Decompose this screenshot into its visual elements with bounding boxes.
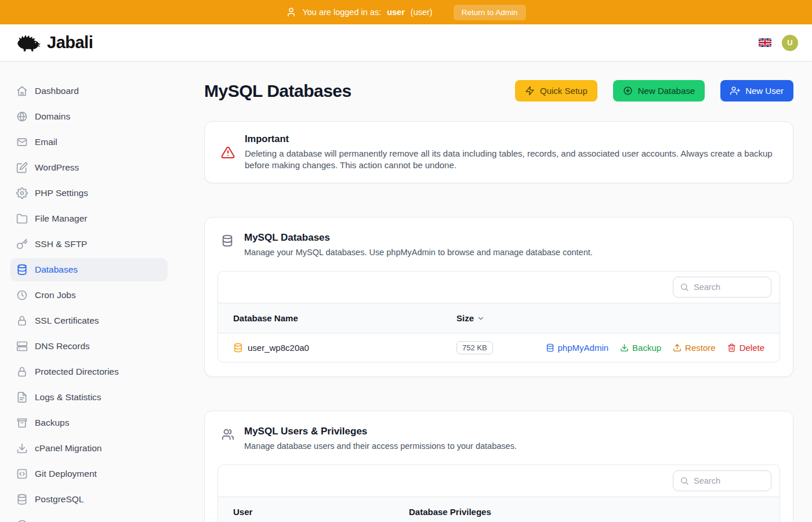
restore-label: Restore bbox=[685, 343, 716, 353]
backup-label: Backup bbox=[632, 343, 661, 353]
sidebar-item-label: Dashboard bbox=[35, 86, 79, 96]
main-content: MySQL Databases Quick Setup New Database… bbox=[168, 61, 812, 522]
sidebar-item-label: Databases bbox=[35, 264, 78, 275]
databases-section-title: MySQL Databases bbox=[244, 232, 593, 244]
users-search-input[interactable] bbox=[694, 476, 764, 485]
sidebar-item-label: Logs & Statistics bbox=[35, 392, 102, 403]
key-icon bbox=[16, 238, 28, 250]
users-table: User Database Privileges bbox=[217, 465, 780, 522]
sidebar-item-label: Protected Directories bbox=[35, 367, 119, 377]
sidebar-item-email[interactable]: Email bbox=[10, 130, 168, 154]
sidebar-item-label: DNS Records bbox=[35, 341, 90, 351]
sidebar-item-backups[interactable]: Backups bbox=[10, 411, 168, 434]
phpmyadmin-link[interactable]: phpMyAdmin bbox=[546, 343, 609, 353]
file-text-icon bbox=[16, 392, 28, 403]
sidebar-item-label: Cron Jobs bbox=[35, 290, 76, 300]
logged-in-role: (user) bbox=[411, 8, 433, 17]
database-icon bbox=[221, 234, 234, 247]
sidebar-item-label: SSL Certificates bbox=[35, 316, 99, 326]
sidebar-item-logs-statistics[interactable]: Logs & Statistics bbox=[10, 386, 168, 409]
users-table-header: User Database Privileges bbox=[218, 497, 780, 522]
lock-icon bbox=[16, 366, 28, 378]
sidebar-item-ssl-certificates[interactable]: SSL Certificates bbox=[10, 309, 168, 332]
sidebar-item-wordpress[interactable]: WordPress bbox=[10, 156, 168, 179]
phpmyadmin-label: phpMyAdmin bbox=[558, 343, 609, 353]
sidebar-item-label: Email bbox=[35, 137, 57, 147]
important-warning-card: Important Deleting a database will perma… bbox=[204, 121, 793, 183]
globe-icon bbox=[16, 111, 28, 122]
user-plus-icon bbox=[730, 86, 740, 96]
sidebar-item-label: Backups bbox=[35, 418, 69, 428]
zap-icon bbox=[525, 86, 535, 96]
archive-icon bbox=[16, 417, 28, 429]
database-table-row: user_wp8c20a0 752 KB phpMyAdmin Backup bbox=[218, 333, 780, 362]
sidebar-item-ssh-sftp[interactable]: SSH & SFTP bbox=[10, 233, 168, 256]
home-icon bbox=[16, 85, 28, 97]
brand[interactable]: Jabali bbox=[15, 33, 93, 53]
lock-icon bbox=[16, 315, 28, 327]
database-icon bbox=[233, 343, 243, 353]
sidebar-item-php-settings[interactable]: PHP Settings bbox=[10, 182, 168, 205]
search-icon bbox=[680, 476, 689, 485]
sidebar-item-label: Domains bbox=[35, 111, 70, 122]
clock-icon bbox=[16, 289, 28, 301]
database-icon bbox=[546, 343, 554, 352]
trash-icon bbox=[727, 343, 736, 352]
sidebar-nav: DashboardDomainsEmailWordPressPHP Settin… bbox=[0, 61, 168, 522]
edit-icon bbox=[16, 162, 28, 173]
quick-setup-button[interactable]: Quick Setup bbox=[515, 80, 597, 102]
restore-link[interactable]: Restore bbox=[673, 343, 716, 353]
person-icon bbox=[286, 7, 296, 17]
sidebar-item-dns-records[interactable]: DNS Records bbox=[10, 335, 168, 358]
sidebar-item-label: cPanel Migration bbox=[35, 443, 102, 454]
alert-triangle-icon bbox=[221, 146, 235, 160]
users-section-description: Manage database users and their access p… bbox=[244, 441, 517, 451]
sidebar-item-file-manager[interactable]: File Manager bbox=[10, 207, 168, 230]
brand-name: Jabali bbox=[47, 33, 93, 52]
column-size: Size bbox=[456, 313, 474, 323]
folder-icon bbox=[16, 213, 28, 224]
mysql-users-card: MySQL Users & Privileges Manage database… bbox=[204, 411, 793, 522]
logged-in-username: user bbox=[387, 8, 405, 17]
sidebar-item-label: PostgreSQL bbox=[35, 494, 84, 505]
users-search-box bbox=[673, 470, 771, 491]
logged-in-text: You are logged in as: bbox=[302, 8, 381, 17]
sidebar-item-partial[interactable] bbox=[10, 513, 168, 522]
new-user-button[interactable]: New User bbox=[720, 80, 793, 102]
delete-label: Delete bbox=[740, 343, 764, 353]
column-user: User bbox=[233, 507, 409, 517]
download-icon bbox=[620, 343, 629, 352]
mail-icon bbox=[16, 136, 28, 148]
delete-link[interactable]: Delete bbox=[727, 343, 764, 353]
sidebar-item-cpanel-migration[interactable]: cPanel Migration bbox=[10, 437, 168, 460]
column-database-privileges: Database Privileges bbox=[409, 507, 764, 517]
sidebar-item-dashboard[interactable]: Dashboard bbox=[10, 79, 168, 103]
return-to-admin-button[interactable]: Return to Admin bbox=[454, 5, 526, 20]
download-icon bbox=[16, 443, 28, 454]
sidebar-item-databases[interactable]: Databases bbox=[10, 258, 168, 281]
settings-icon bbox=[16, 187, 28, 199]
impersonation-banner: You are logged in as: user (user) Return… bbox=[0, 0, 812, 24]
warning-body: Deleting a database will permanently rem… bbox=[245, 148, 778, 171]
sidebar-item-postgresql[interactable]: PostgreSQL bbox=[10, 488, 168, 511]
users-section-title: MySQL Users & Privileges bbox=[244, 426, 517, 437]
new-user-label: New User bbox=[745, 86, 784, 96]
sidebar-item-domains[interactable]: Domains bbox=[10, 105, 168, 128]
databases-search-input[interactable] bbox=[694, 282, 764, 292]
databases-table: Database Name Size user_wp8c20a0 752 KB bbox=[217, 271, 780, 362]
uk-flag-icon[interactable] bbox=[759, 38, 771, 47]
database-icon bbox=[16, 494, 28, 505]
sidebar-item-label: PHP Settings bbox=[35, 188, 88, 198]
sidebar-item-protected-directories[interactable]: Protected Directories bbox=[10, 360, 168, 383]
sidebar-item-label: File Manager bbox=[35, 213, 87, 224]
databases-table-header: Database Name Size bbox=[218, 303, 780, 333]
plus-circle-icon bbox=[623, 86, 633, 96]
chevron-down-icon[interactable] bbox=[477, 314, 485, 322]
backup-link[interactable]: Backup bbox=[620, 343, 661, 353]
sidebar-item-cron-jobs[interactable]: Cron Jobs bbox=[10, 284, 168, 307]
sidebar-item-git-deployment[interactable]: Git Deployment bbox=[10, 462, 168, 485]
server-icon bbox=[16, 340, 28, 352]
warning-title: Important bbox=[245, 133, 778, 144]
user-avatar[interactable]: U bbox=[782, 35, 798, 51]
new-database-button[interactable]: New Database bbox=[613, 80, 705, 102]
